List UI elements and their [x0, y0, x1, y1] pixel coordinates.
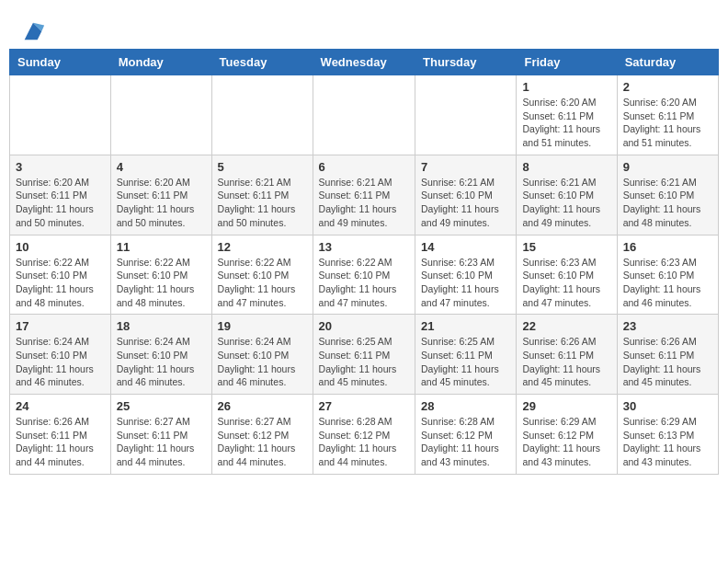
- day-info: Sunrise: 6:24 AM Sunset: 6:10 PM Dayligh…: [117, 335, 206, 389]
- table-row: 21Sunrise: 6:25 AM Sunset: 6:11 PM Dayli…: [415, 315, 517, 395]
- day-number: 6: [319, 160, 409, 174]
- day-number: 26: [218, 399, 307, 413]
- table-row: 19Sunrise: 6:24 AM Sunset: 6:10 PM Dayli…: [211, 315, 313, 395]
- table-row: 27Sunrise: 6:28 AM Sunset: 6:12 PM Dayli…: [313, 395, 415, 475]
- day-info: Sunrise: 6:27 AM Sunset: 6:11 PM Dayligh…: [117, 415, 206, 469]
- day-info: Sunrise: 6:22 AM Sunset: 6:10 PM Dayligh…: [16, 256, 105, 310]
- day-info: Sunrise: 6:25 AM Sunset: 6:11 PM Dayligh…: [319, 335, 409, 389]
- header-thursday: Thursday: [415, 50, 517, 75]
- table-row: 2Sunrise: 6:20 AM Sunset: 6:11 PM Daylig…: [617, 75, 718, 155]
- header-wednesday: Wednesday: [313, 50, 415, 75]
- day-info: Sunrise: 6:23 AM Sunset: 6:10 PM Dayligh…: [522, 256, 610, 310]
- day-info: Sunrise: 6:26 AM Sunset: 6:11 PM Dayligh…: [623, 335, 712, 389]
- day-info: Sunrise: 6:20 AM Sunset: 6:11 PM Dayligh…: [522, 96, 610, 150]
- day-number: 13: [319, 240, 409, 254]
- day-number: 8: [522, 160, 610, 174]
- table-row: 30Sunrise: 6:29 AM Sunset: 6:13 PM Dayli…: [617, 395, 718, 475]
- day-number: 20: [319, 319, 409, 333]
- table-row: 9Sunrise: 6:21 AM Sunset: 6:10 PM Daylig…: [617, 155, 718, 235]
- header-monday: Monday: [110, 50, 211, 75]
- day-info: Sunrise: 6:26 AM Sunset: 6:11 PM Dayligh…: [522, 335, 610, 389]
- day-number: 30: [623, 399, 712, 413]
- table-row: 10Sunrise: 6:22 AM Sunset: 6:10 PM Dayli…: [10, 235, 111, 315]
- day-info: Sunrise: 6:21 AM Sunset: 6:11 PM Dayligh…: [319, 176, 409, 230]
- table-row: 20Sunrise: 6:25 AM Sunset: 6:11 PM Dayli…: [313, 315, 415, 395]
- day-number: 12: [218, 240, 307, 254]
- day-number: 22: [522, 319, 610, 333]
- day-info: Sunrise: 6:22 AM Sunset: 6:10 PM Dayligh…: [319, 256, 409, 310]
- day-info: Sunrise: 6:21 AM Sunset: 6:10 PM Dayligh…: [421, 176, 510, 230]
- day-number: 16: [623, 240, 712, 254]
- table-row: 22Sunrise: 6:26 AM Sunset: 6:11 PM Dayli…: [517, 315, 617, 395]
- table-row: 14Sunrise: 6:23 AM Sunset: 6:10 PM Dayli…: [415, 235, 517, 315]
- day-number: 24: [16, 399, 105, 413]
- day-info: Sunrise: 6:22 AM Sunset: 6:10 PM Dayligh…: [117, 256, 206, 310]
- day-info: Sunrise: 6:28 AM Sunset: 6:12 PM Dayligh…: [319, 415, 409, 469]
- header-tuesday: Tuesday: [211, 50, 313, 75]
- day-info: Sunrise: 6:21 AM Sunset: 6:11 PM Dayligh…: [218, 176, 307, 230]
- day-info: Sunrise: 6:28 AM Sunset: 6:12 PM Dayligh…: [421, 415, 510, 469]
- table-row: 3Sunrise: 6:20 AM Sunset: 6:11 PM Daylig…: [10, 155, 111, 235]
- day-number: 4: [117, 160, 206, 174]
- table-row: 29Sunrise: 6:29 AM Sunset: 6:12 PM Dayli…: [517, 395, 617, 475]
- day-number: 10: [16, 240, 105, 254]
- table-row: 6Sunrise: 6:21 AM Sunset: 6:11 PM Daylig…: [313, 155, 415, 235]
- page-header: [0, 0, 728, 49]
- day-info: Sunrise: 6:29 AM Sunset: 6:12 PM Dayligh…: [522, 415, 610, 469]
- day-number: 25: [117, 399, 206, 413]
- day-number: 28: [421, 399, 510, 413]
- table-row: 11Sunrise: 6:22 AM Sunset: 6:10 PM Dayli…: [110, 235, 211, 315]
- day-number: 27: [319, 399, 409, 413]
- calendar-body: 1Sunrise: 6:20 AM Sunset: 6:11 PM Daylig…: [10, 75, 719, 475]
- table-row: 7Sunrise: 6:21 AM Sunset: 6:10 PM Daylig…: [415, 155, 517, 235]
- table-row: 5Sunrise: 6:21 AM Sunset: 6:11 PM Daylig…: [211, 155, 313, 235]
- logo-icon: [20, 18, 46, 44]
- day-info: Sunrise: 6:24 AM Sunset: 6:10 PM Dayligh…: [16, 335, 105, 389]
- table-row: [211, 75, 313, 155]
- day-info: Sunrise: 6:20 AM Sunset: 6:11 PM Dayligh…: [623, 96, 712, 150]
- day-number: 1: [522, 80, 610, 94]
- day-number: 18: [117, 319, 206, 333]
- table-row: 25Sunrise: 6:27 AM Sunset: 6:11 PM Dayli…: [110, 395, 211, 475]
- table-row: 1Sunrise: 6:20 AM Sunset: 6:11 PM Daylig…: [517, 75, 617, 155]
- table-row: 4Sunrise: 6:20 AM Sunset: 6:11 PM Daylig…: [110, 155, 211, 235]
- day-number: 15: [522, 240, 610, 254]
- day-number: 14: [421, 240, 510, 254]
- day-number: 7: [421, 160, 510, 174]
- day-info: Sunrise: 6:24 AM Sunset: 6:10 PM Dayligh…: [218, 335, 307, 389]
- day-info: Sunrise: 6:29 AM Sunset: 6:13 PM Dayligh…: [623, 415, 712, 469]
- day-info: Sunrise: 6:22 AM Sunset: 6:10 PM Dayligh…: [218, 256, 307, 310]
- day-number: 23: [623, 319, 712, 333]
- calendar-wrapper: Sunday Monday Tuesday Wednesday Thursday…: [0, 49, 728, 484]
- table-row: 16Sunrise: 6:23 AM Sunset: 6:10 PM Dayli…: [617, 235, 718, 315]
- day-info: Sunrise: 6:20 AM Sunset: 6:11 PM Dayligh…: [117, 176, 206, 230]
- header-sunday: Sunday: [10, 50, 111, 75]
- table-row: 24Sunrise: 6:26 AM Sunset: 6:11 PM Dayli…: [10, 395, 111, 475]
- day-info: Sunrise: 6:21 AM Sunset: 6:10 PM Dayligh…: [623, 176, 712, 230]
- table-row: [10, 75, 111, 155]
- table-row: 15Sunrise: 6:23 AM Sunset: 6:10 PM Dayli…: [517, 235, 617, 315]
- table-row: 23Sunrise: 6:26 AM Sunset: 6:11 PM Dayli…: [617, 315, 718, 395]
- day-info: Sunrise: 6:23 AM Sunset: 6:10 PM Dayligh…: [421, 256, 510, 310]
- header-friday: Friday: [517, 50, 617, 75]
- table-row: 13Sunrise: 6:22 AM Sunset: 6:10 PM Dayli…: [313, 235, 415, 315]
- day-number: 2: [623, 80, 712, 94]
- day-info: Sunrise: 6:23 AM Sunset: 6:10 PM Dayligh…: [623, 256, 712, 310]
- calendar-header: Sunday Monday Tuesday Wednesday Thursday…: [10, 50, 719, 75]
- day-info: Sunrise: 6:20 AM Sunset: 6:11 PM Dayligh…: [16, 176, 105, 230]
- day-number: 19: [218, 319, 307, 333]
- day-number: 3: [16, 160, 105, 174]
- day-info: Sunrise: 6:26 AM Sunset: 6:11 PM Dayligh…: [16, 415, 105, 469]
- header-saturday: Saturday: [617, 50, 718, 75]
- day-number: 11: [117, 240, 206, 254]
- day-number: 29: [522, 399, 610, 413]
- table-row: [313, 75, 415, 155]
- table-row: 26Sunrise: 6:27 AM Sunset: 6:12 PM Dayli…: [211, 395, 313, 475]
- day-info: Sunrise: 6:27 AM Sunset: 6:12 PM Dayligh…: [218, 415, 307, 469]
- table-row: 12Sunrise: 6:22 AM Sunset: 6:10 PM Dayli…: [211, 235, 313, 315]
- logo: [18, 18, 46, 44]
- day-number: 21: [421, 319, 510, 333]
- day-number: 5: [218, 160, 307, 174]
- table-row: [415, 75, 517, 155]
- calendar-table: Sunday Monday Tuesday Wednesday Thursday…: [9, 49, 719, 475]
